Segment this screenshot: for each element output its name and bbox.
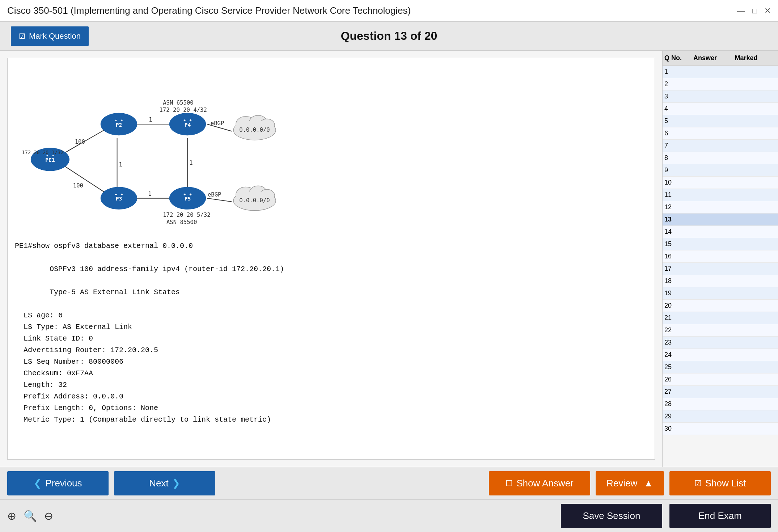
q-number: 21 [664, 314, 693, 322]
table-row[interactable]: 2 [663, 78, 778, 90]
mark-question-button[interactable]: ☑ Mark Question [11, 26, 89, 46]
q-answer [693, 253, 735, 260]
q-number: 26 [664, 376, 693, 383]
end-exam-button[interactable]: End Exam [669, 504, 771, 528]
q-marked [735, 80, 777, 88]
maximize-button[interactable]: □ [752, 6, 757, 16]
title-bar: Cisco 350-501 (Implementing and Operatin… [0, 0, 778, 22]
table-row[interactable]: 1 [663, 66, 778, 78]
q-number: 9 [664, 166, 693, 174]
table-row[interactable]: 3 [663, 90, 778, 103]
table-row[interactable]: 9 [663, 164, 778, 177]
svg-text:ASN 65500: ASN 65500 [163, 100, 193, 106]
window-title: Cisco 350-501 (Implementing and Operatin… [7, 5, 411, 16]
table-row[interactable]: 14 [663, 226, 778, 238]
q-number: 2 [664, 80, 693, 88]
q-number: 4 [664, 105, 693, 113]
q-marked [735, 413, 777, 420]
col-answer: Answer [693, 54, 735, 62]
q-marked [735, 314, 777, 322]
question-content: 100 100 1 1 1 1 eBGP [7, 58, 655, 460]
table-row[interactable]: 4 [663, 103, 778, 115]
q-marked [735, 351, 777, 359]
table-row[interactable]: 16 [663, 250, 778, 263]
table-row[interactable]: 5 [663, 115, 778, 127]
svg-text:P3: P3 [116, 195, 122, 202]
q-marked [735, 130, 777, 137]
q-marked [735, 166, 777, 174]
q-answer [693, 105, 735, 113]
q-answer [693, 413, 735, 420]
next-label: Next [149, 478, 168, 489]
q-marked [735, 326, 777, 334]
svg-line-14 [207, 198, 232, 202]
show-list-button[interactable]: ☑ Show List [669, 471, 771, 495]
table-row[interactable]: 15 [663, 238, 778, 250]
table-row[interactable]: 24 [663, 349, 778, 361]
save-session-button[interactable]: Save Session [561, 504, 662, 528]
zoom-out-button[interactable]: ⊖ [44, 510, 53, 522]
q-answer [693, 68, 735, 76]
q-marked [735, 400, 777, 408]
q-number: 27 [664, 388, 693, 396]
q-answer [693, 80, 735, 88]
header: ☑ Mark Question Question 13 of 20 [0, 22, 778, 51]
q-marked [735, 191, 777, 199]
q-marked [735, 265, 777, 273]
table-row[interactable]: 28 [663, 398, 778, 410]
table-row[interactable]: 30 [663, 423, 778, 435]
close-button[interactable]: ✕ [764, 6, 771, 16]
q-number: 17 [664, 265, 693, 273]
q-answer [693, 216, 735, 223]
svg-text:1: 1 [148, 191, 151, 197]
q-number: 16 [664, 253, 693, 260]
table-row[interactable]: 11 [663, 189, 778, 201]
previous-button[interactable]: ❮ Previous [7, 471, 109, 495]
show-answer-button[interactable]: ☐ Show Answer [489, 471, 590, 495]
q-marked [735, 363, 777, 371]
table-row[interactable]: 10 [663, 177, 778, 189]
q-marked [735, 277, 777, 285]
svg-text:eBGP: eBGP [211, 120, 224, 127]
zoom-reset-button[interactable]: 🔍 [24, 510, 37, 522]
table-row[interactable]: 22 [663, 324, 778, 337]
review-chevron-icon: ▲ [644, 478, 653, 489]
table-row[interactable]: 25 [663, 361, 778, 373]
table-row[interactable]: 8 [663, 152, 778, 164]
q-number: 3 [664, 93, 693, 100]
table-row[interactable]: 26 [663, 373, 778, 386]
q-number: 13 [664, 216, 693, 223]
table-row[interactable]: 27 [663, 386, 778, 398]
table-row[interactable]: 12 [663, 201, 778, 214]
review-button[interactable]: Review ▲ [596, 471, 664, 495]
q-number: 28 [664, 400, 693, 408]
q-answer [693, 351, 735, 359]
table-row[interactable]: 29 [663, 410, 778, 423]
q-number: 30 [664, 425, 693, 432]
question-list-scroll[interactable]: 1 2 3 4 5 6 7 8 [663, 66, 778, 467]
q-marked [735, 339, 777, 346]
zoom-in-button[interactable]: ⊕ [7, 510, 16, 522]
q-marked [735, 376, 777, 383]
q-answer [693, 93, 735, 100]
table-row[interactable]: 23 [663, 337, 778, 349]
table-row[interactable]: 18 [663, 275, 778, 287]
next-button[interactable]: Next ❯ [114, 471, 215, 495]
table-row[interactable]: 17 [663, 263, 778, 275]
q-answer [693, 179, 735, 186]
q-marked [735, 388, 777, 396]
table-row[interactable]: 19 [663, 287, 778, 300]
table-row[interactable]: 21 [663, 312, 778, 324]
prev-chevron-icon: ❮ [34, 478, 42, 489]
table-row[interactable]: 20 [663, 300, 778, 312]
q-number: 29 [664, 413, 693, 420]
table-row[interactable]: 13 [663, 214, 778, 226]
svg-text:0.0.0.0/0: 0.0.0.0/0 [239, 197, 270, 204]
table-row[interactable]: 6 [663, 127, 778, 140]
mark-question-check-icon: ☑ [19, 32, 25, 41]
q-marked [735, 154, 777, 162]
table-row[interactable]: 7 [663, 140, 778, 152]
minimize-button[interactable]: — [737, 6, 745, 16]
svg-text:100: 100 [73, 182, 83, 189]
q-answer [693, 166, 735, 174]
